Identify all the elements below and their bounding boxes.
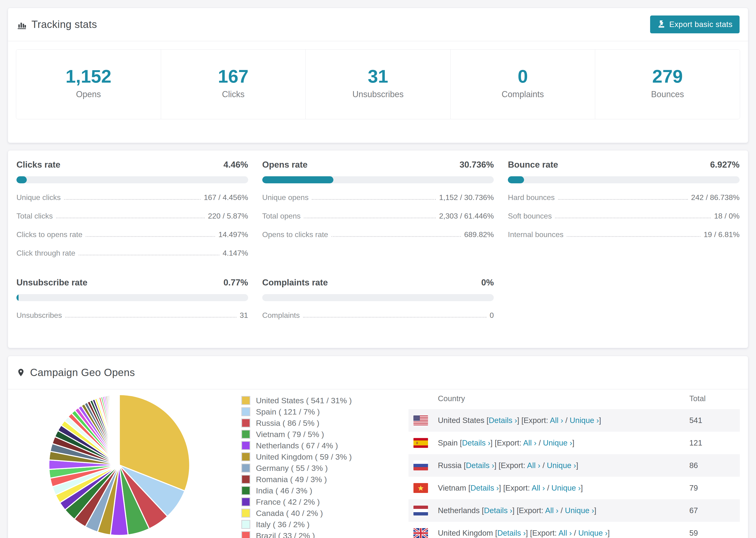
export-unique-link[interactable]: Unique ›	[565, 506, 594, 515]
legend-label: Brazil ( 33 / 2% )	[256, 531, 315, 538]
details-link[interactable]: Details ›	[484, 506, 512, 515]
flag-vn-icon	[413, 483, 428, 493]
details-link[interactable]: Details ›	[497, 529, 526, 537]
legend-swatch	[242, 430, 250, 439]
export-all-link[interactable]: All ›	[531, 484, 545, 492]
legend-swatch	[242, 463, 250, 472]
pie-slice-other[interactable]	[119, 395, 119, 465]
rate-value: 0%	[481, 278, 494, 288]
details-link[interactable]: Details ›	[470, 484, 499, 492]
rate-row: Internal bounces19 / 6.81%	[508, 230, 739, 239]
rate-row: Total clicks220 / 5.87%	[17, 212, 248, 220]
geo-table-column: Country Total United States [Details ›] …	[408, 390, 740, 538]
stat-value: 31	[368, 67, 388, 86]
total-cell: 541	[689, 416, 740, 425]
legend-label: United Kingdom ( 59 / 3% )	[256, 452, 352, 461]
tracking-stats-card: Tracking stats Export basic stats 1,152O…	[8, 8, 748, 143]
rate-head: Unsubscribe rate0.77%	[17, 278, 248, 288]
table-row: Netherlands [Details ›] [Export: All › /…	[408, 499, 740, 522]
details-link[interactable]: Details ›	[462, 439, 490, 447]
stat-label: Clicks	[222, 89, 244, 99]
export-all-link[interactable]: All ›	[527, 461, 540, 470]
legend-swatch	[242, 441, 250, 450]
legend-item: Brazil ( 33 / 2% )	[242, 531, 406, 538]
table-row: Spain [Details ›] [Export: All › / Uniqu…	[408, 432, 740, 454]
country-name: Spain	[438, 439, 458, 447]
flag-us-icon	[413, 415, 428, 425]
legend-item: Canada ( 40 / 2% )	[242, 509, 406, 518]
rates-card: Clicks rate4.46%Unique clicks167 / 4.456…	[8, 150, 748, 348]
stat-value: 279	[652, 67, 683, 86]
legend-swatch	[242, 407, 250, 416]
rate-rows: Hard bounces242 / 86.738%Soft bounces18 …	[508, 193, 739, 239]
rate-row-value: 19 / 6.81%	[704, 230, 739, 239]
geo-pie-legend: United States ( 541 / 31% )Spain ( 121 /…	[242, 390, 406, 538]
rate-row-value: 2,303 / 61.446%	[439, 212, 494, 220]
geo-pie-chart[interactable]	[46, 392, 192, 538]
rate-row-label: Click through rate	[17, 249, 75, 257]
rate-row-value: 18 / 0%	[714, 212, 739, 220]
country-cell: Spain [Details ›] [Export: All › / Uniqu…	[428, 439, 689, 447]
total-cell: 86	[689, 461, 740, 470]
geo-table-rows: United States [Details ›] [Export: All ›…	[408, 409, 740, 538]
country-name: United States	[438, 416, 484, 425]
total-column-header: Total	[689, 394, 740, 403]
dotted-leader	[555, 218, 711, 218]
rate-row-value: 1,152 / 30.736%	[439, 193, 494, 202]
country-name: Russia	[438, 461, 461, 470]
legend-label: United States ( 541 / 31% )	[256, 396, 352, 405]
rate-row: Soft bounces18 / 0%	[508, 212, 739, 220]
dotted-leader	[312, 199, 436, 200]
rate-value: 30.736%	[459, 160, 494, 170]
total-cell: 59	[689, 529, 740, 538]
rate-value: 6.927%	[710, 160, 740, 170]
country-cell: United Kingdom [Details ›] [Export: All …	[428, 529, 689, 538]
rate-title: Opens rate	[262, 160, 307, 170]
export-basic-stats-button[interactable]: Export basic stats	[650, 16, 739, 33]
rate-row: Unique opens1,152 / 30.736%	[262, 193, 494, 202]
export-all-link[interactable]: All ›	[559, 529, 572, 537]
legend-item: Italy ( 36 / 2% )	[242, 520, 406, 529]
rate-row-label: Hard bounces	[508, 193, 555, 202]
legend-item: Vietnam ( 79 / 5% )	[242, 430, 406, 439]
progress-bar-fill	[508, 176, 524, 183]
export-all-link[interactable]: All ›	[550, 416, 563, 425]
total-cell: 79	[689, 484, 740, 493]
rate-row: Unsubscribes31	[17, 311, 248, 320]
export-all-link[interactable]: All ›	[523, 439, 536, 447]
details-link[interactable]: Details ›	[489, 416, 517, 425]
legend-label: Netherlands ( 67 / 4% )	[256, 441, 338, 450]
legend-swatch	[242, 475, 250, 484]
table-row: Vietnam [Details ›] [Export: All › / Uni…	[408, 477, 740, 499]
map-pin-icon	[17, 367, 26, 378]
export-unique-link[interactable]: Unique ›	[552, 484, 581, 492]
tracking-stats-title: Tracking stats	[17, 19, 97, 30]
legend-label: Italy ( 36 / 2% )	[256, 520, 310, 529]
export-unique-link[interactable]: Unique ›	[569, 416, 599, 425]
geo-title-wrap: Campaign Geo Opens	[17, 367, 135, 378]
rate-value: 4.46%	[224, 160, 248, 170]
rate-section-bounce: Bounce rate6.927%Hard bounces242 / 86.73…	[508, 160, 739, 257]
progress-bar-track	[262, 294, 494, 301]
rate-row-value: 0	[490, 311, 494, 320]
rate-value: 0.77%	[224, 278, 248, 288]
rate-row-label: Unsubscribes	[17, 311, 62, 320]
dotted-leader	[558, 199, 688, 200]
rate-head: Opens rate30.736%	[262, 160, 494, 170]
country-column-header: Country	[408, 394, 689, 403]
dotted-leader	[332, 236, 461, 237]
geo-section-title: Campaign Geo Opens	[30, 367, 135, 378]
export-unique-link[interactable]: Unique ›	[547, 461, 576, 470]
legend-swatch	[242, 509, 250, 517]
dotted-leader	[65, 317, 237, 318]
legend-label: Vietnam ( 79 / 5% )	[256, 430, 324, 439]
export-unique-link[interactable]: Unique ›	[543, 439, 572, 447]
legend-label: Germany ( 55 / 3% )	[256, 463, 328, 473]
dotted-leader	[79, 255, 219, 255]
export-all-link[interactable]: All ›	[545, 506, 559, 515]
rate-row-value: 220 / 5.87%	[208, 212, 248, 220]
rate-row-value: 14.497%	[218, 230, 248, 239]
details-link[interactable]: Details ›	[466, 461, 494, 470]
export-unique-link[interactable]: Unique ›	[578, 529, 608, 537]
rate-section-clicks: Clicks rate4.46%Unique clicks167 / 4.456…	[17, 160, 248, 257]
